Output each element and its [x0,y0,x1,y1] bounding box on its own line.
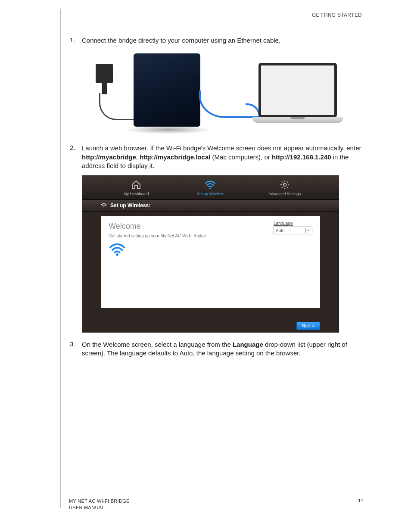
svg-point-1 [283,184,286,186]
nav-setup-wireless[interactable]: Set up Wireless [178,180,243,196]
footer-product: MY NET AC WI-FI BRIDGE USER MANUAL [69,498,130,510]
svg-point-0 [210,187,211,189]
power-adapter-icon [96,64,113,83]
step-3: 3. On the Welcome screen, select a langu… [70,340,364,358]
wifi-icon [204,180,216,190]
language-label: Language [274,221,312,226]
home-icon [130,180,142,190]
left-rule [60,9,61,508]
step-text: Connect the bridge directly to your comp… [82,36,364,45]
welcome-panel: Welcome Get started setting up your My N… [101,216,320,308]
wifi-icon [109,243,312,258]
svg-point-3 [116,253,118,256]
step-2: 2. Launch a web browser. If the Wi-Fi br… [70,144,364,170]
subheader-bar: Set up Wireless: [82,200,339,212]
language-value: Auto [276,228,285,233]
section-header: GETTING STARTED [60,12,364,18]
wifi-bridge-device-icon [134,53,200,127]
nav-label: Set up Wireless [178,192,243,196]
gear-icon [279,180,291,190]
step-text: On the Welcome screen, select a language… [82,340,364,358]
nav-advanced-settings[interactable]: Advanced Settings [252,180,317,196]
nav-my-dashboard[interactable]: My Dashboard [104,180,168,196]
step-text: Launch a web browser. If the Wi-Fi bridg… [82,144,364,170]
step-number: 1. [70,36,82,45]
page-number: 11 [358,498,364,503]
next-button[interactable]: Next > [296,322,320,330]
screenshot-welcome-screen: My Dashboard Set up Wireless [82,175,339,333]
illustration-hardware-setup [82,50,343,136]
laptop-icon [252,63,343,119]
step-number: 2. [70,144,82,170]
nav-label: My Dashboard [104,192,168,196]
step-1: 1. Connect the bridge directly to your c… [70,36,364,45]
wifi-icon [101,203,107,208]
subheader-label: Set up Wireless: [110,202,150,208]
language-dropdown[interactable]: Auto [274,227,312,234]
nav-label: Advanced Settings [252,192,317,196]
chevron-down-icon [305,228,311,233]
step-number: 3. [70,340,82,358]
svg-point-2 [103,207,104,208]
